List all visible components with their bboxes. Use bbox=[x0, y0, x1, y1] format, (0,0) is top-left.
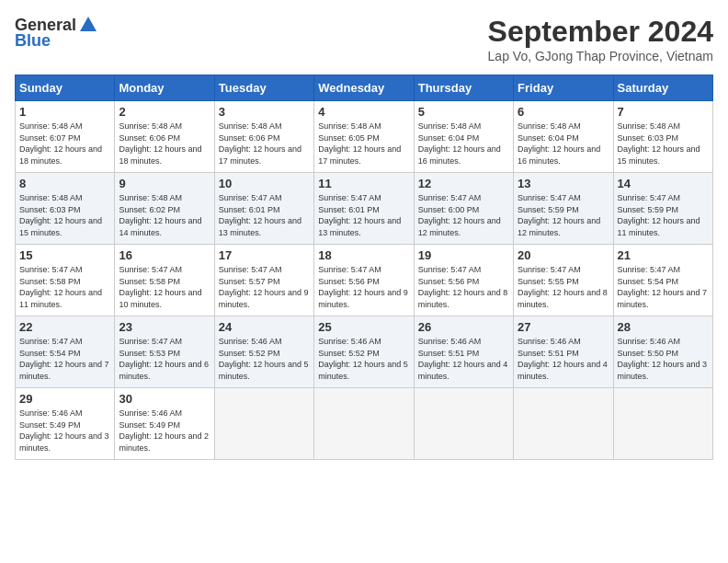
day-number: 29 bbox=[19, 392, 110, 406]
day-number: 3 bbox=[219, 105, 310, 119]
svg-marker-0 bbox=[80, 17, 97, 31]
calendar-cell: 30 Sunrise: 5:46 AMSunset: 5:49 PMDaylig… bbox=[115, 388, 214, 460]
logo-blue: Blue bbox=[15, 31, 51, 51]
day-number: 6 bbox=[518, 105, 609, 119]
calendar-cell: 23 Sunrise: 5:47 AMSunset: 5:53 PMDaylig… bbox=[115, 316, 214, 388]
header-row: Sunday Monday Tuesday Wednesday Thursday… bbox=[16, 75, 713, 101]
day-info: Sunrise: 5:46 AMSunset: 5:50 PMDaylight:… bbox=[618, 337, 708, 381]
col-monday: Monday bbox=[115, 75, 214, 101]
day-info: Sunrise: 5:48 AMSunset: 6:07 PMDaylight:… bbox=[19, 121, 102, 166]
day-info: Sunrise: 5:47 AMSunset: 5:54 PMDaylight:… bbox=[618, 265, 708, 309]
day-number: 12 bbox=[418, 177, 509, 190]
header: General Blue September 2024 Lap Vo, GJon… bbox=[15, 15, 713, 63]
day-number: 20 bbox=[518, 248, 609, 262]
col-tuesday: Tuesday bbox=[214, 75, 313, 101]
day-info: Sunrise: 5:46 AMSunset: 5:49 PMDaylight:… bbox=[19, 408, 109, 453]
day-number: 2 bbox=[119, 105, 210, 119]
day-info: Sunrise: 5:48 AMSunset: 6:04 PMDaylight:… bbox=[518, 121, 600, 166]
day-number: 18 bbox=[318, 248, 409, 262]
day-info: Sunrise: 5:46 AMSunset: 5:51 PMDaylight:… bbox=[418, 337, 508, 381]
day-info: Sunrise: 5:47 AMSunset: 6:00 PMDaylight:… bbox=[418, 193, 501, 237]
calendar-cell: 29 Sunrise: 5:46 AMSunset: 5:49 PMDaylig… bbox=[16, 388, 115, 460]
day-info: Sunrise: 5:46 AMSunset: 5:51 PMDaylight:… bbox=[518, 337, 608, 381]
col-thursday: Thursday bbox=[414, 75, 513, 101]
day-number: 27 bbox=[518, 320, 609, 334]
day-number: 4 bbox=[318, 105, 409, 119]
day-info: Sunrise: 5:48 AMSunset: 6:06 PMDaylight:… bbox=[119, 121, 201, 166]
calendar-cell: 20 Sunrise: 5:47 AMSunset: 5:55 PMDaylig… bbox=[514, 245, 613, 316]
calendar-cell: 4 Sunrise: 5:48 AMSunset: 6:05 PMDayligh… bbox=[314, 101, 414, 173]
day-number: 26 bbox=[418, 320, 509, 334]
day-info: Sunrise: 5:48 AMSunset: 6:03 PMDaylight:… bbox=[618, 121, 700, 166]
calendar-cell: 21 Sunrise: 5:47 AMSunset: 5:54 PMDaylig… bbox=[613, 245, 712, 316]
col-saturday: Saturday bbox=[613, 75, 712, 101]
calendar-cell bbox=[613, 388, 712, 460]
calendar-table: Sunday Monday Tuesday Wednesday Thursday… bbox=[15, 75, 713, 460]
day-number: 11 bbox=[318, 177, 409, 190]
day-info: Sunrise: 5:47 AMSunset: 5:58 PMDaylight:… bbox=[19, 265, 102, 309]
day-info: Sunrise: 5:48 AMSunset: 6:05 PMDaylight:… bbox=[318, 121, 401, 166]
calendar-cell: 15 Sunrise: 5:47 AMSunset: 5:58 PMDaylig… bbox=[16, 245, 115, 316]
day-number: 22 bbox=[19, 320, 110, 334]
day-number: 25 bbox=[318, 320, 409, 334]
day-number: 24 bbox=[219, 320, 310, 334]
day-info: Sunrise: 5:47 AMSunset: 5:56 PMDaylight:… bbox=[418, 265, 508, 309]
calendar-cell bbox=[314, 388, 414, 460]
calendar-week-2: 15 Sunrise: 5:47 AMSunset: 5:58 PMDaylig… bbox=[16, 245, 713, 316]
month-title: September 2024 bbox=[488, 15, 713, 49]
calendar-week-1: 8 Sunrise: 5:48 AMSunset: 6:03 PMDayligh… bbox=[16, 173, 713, 245]
day-info: Sunrise: 5:47 AMSunset: 5:58 PMDaylight:… bbox=[119, 265, 201, 309]
col-sunday: Sunday bbox=[16, 75, 115, 101]
day-info: Sunrise: 5:47 AMSunset: 5:57 PMDaylight:… bbox=[219, 265, 309, 309]
calendar-cell: 12 Sunrise: 5:47 AMSunset: 6:00 PMDaylig… bbox=[414, 173, 513, 245]
day-info: Sunrise: 5:47 AMSunset: 5:56 PMDaylight:… bbox=[318, 265, 408, 309]
calendar-cell: 13 Sunrise: 5:47 AMSunset: 5:59 PMDaylig… bbox=[514, 173, 613, 245]
calendar-body: 1 Sunrise: 5:48 AMSunset: 6:07 PMDayligh… bbox=[16, 101, 713, 460]
title-section: September 2024 Lap Vo, GJong Thap Provin… bbox=[488, 15, 713, 63]
day-number: 15 bbox=[19, 248, 110, 262]
calendar-cell bbox=[214, 388, 313, 460]
calendar-cell: 28 Sunrise: 5:46 AMSunset: 5:50 PMDaylig… bbox=[613, 316, 712, 388]
calendar-cell bbox=[514, 388, 613, 460]
col-wednesday: Wednesday bbox=[314, 75, 414, 101]
day-info: Sunrise: 5:46 AMSunset: 5:52 PMDaylight:… bbox=[219, 337, 309, 381]
logo-icon bbox=[78, 15, 98, 35]
day-number: 21 bbox=[618, 248, 709, 262]
calendar-cell: 24 Sunrise: 5:46 AMSunset: 5:52 PMDaylig… bbox=[214, 316, 313, 388]
day-number: 1 bbox=[19, 105, 110, 119]
day-info: Sunrise: 5:47 AMSunset: 5:59 PMDaylight:… bbox=[618, 193, 700, 237]
day-number: 5 bbox=[418, 105, 509, 119]
calendar-week-3: 22 Sunrise: 5:47 AMSunset: 5:54 PMDaylig… bbox=[16, 316, 713, 388]
calendar-cell: 18 Sunrise: 5:47 AMSunset: 5:56 PMDaylig… bbox=[314, 245, 414, 316]
day-info: Sunrise: 5:48 AMSunset: 6:03 PMDaylight:… bbox=[19, 193, 102, 237]
day-info: Sunrise: 5:48 AMSunset: 6:02 PMDaylight:… bbox=[119, 193, 201, 237]
calendar-cell: 16 Sunrise: 5:47 AMSunset: 5:58 PMDaylig… bbox=[115, 245, 214, 316]
calendar-cell: 25 Sunrise: 5:46 AMSunset: 5:52 PMDaylig… bbox=[314, 316, 414, 388]
calendar-cell bbox=[414, 388, 513, 460]
day-info: Sunrise: 5:48 AMSunset: 6:04 PMDaylight:… bbox=[418, 121, 501, 166]
day-info: Sunrise: 5:47 AMSunset: 5:59 PMDaylight:… bbox=[518, 193, 600, 237]
day-number: 23 bbox=[119, 320, 210, 334]
day-number: 19 bbox=[418, 248, 509, 262]
day-number: 17 bbox=[219, 248, 310, 262]
day-number: 14 bbox=[618, 177, 709, 190]
calendar-cell: 8 Sunrise: 5:48 AMSunset: 6:03 PMDayligh… bbox=[16, 173, 115, 245]
calendar-cell: 6 Sunrise: 5:48 AMSunset: 6:04 PMDayligh… bbox=[514, 101, 613, 173]
calendar-cell: 5 Sunrise: 5:48 AMSunset: 6:04 PMDayligh… bbox=[414, 101, 513, 173]
page-container: General Blue September 2024 Lap Vo, GJon… bbox=[0, 0, 728, 467]
day-info: Sunrise: 5:47 AMSunset: 5:55 PMDaylight:… bbox=[518, 265, 608, 309]
calendar-cell: 10 Sunrise: 5:47 AMSunset: 6:01 PMDaylig… bbox=[214, 173, 313, 245]
day-info: Sunrise: 5:47 AMSunset: 6:01 PMDaylight:… bbox=[219, 193, 301, 237]
calendar-cell: 19 Sunrise: 5:47 AMSunset: 5:56 PMDaylig… bbox=[414, 245, 513, 316]
calendar-week-0: 1 Sunrise: 5:48 AMSunset: 6:07 PMDayligh… bbox=[16, 101, 713, 173]
day-number: 7 bbox=[618, 105, 709, 119]
calendar-cell: 27 Sunrise: 5:46 AMSunset: 5:51 PMDaylig… bbox=[514, 316, 613, 388]
logo: General Blue bbox=[15, 15, 98, 51]
calendar-cell: 3 Sunrise: 5:48 AMSunset: 6:06 PMDayligh… bbox=[214, 101, 313, 173]
day-number: 10 bbox=[219, 177, 310, 190]
day-number: 13 bbox=[518, 177, 609, 190]
calendar-cell: 7 Sunrise: 5:48 AMSunset: 6:03 PMDayligh… bbox=[613, 101, 712, 173]
day-number: 8 bbox=[19, 177, 110, 190]
col-friday: Friday bbox=[514, 75, 613, 101]
calendar-cell: 9 Sunrise: 5:48 AMSunset: 6:02 PMDayligh… bbox=[115, 173, 214, 245]
